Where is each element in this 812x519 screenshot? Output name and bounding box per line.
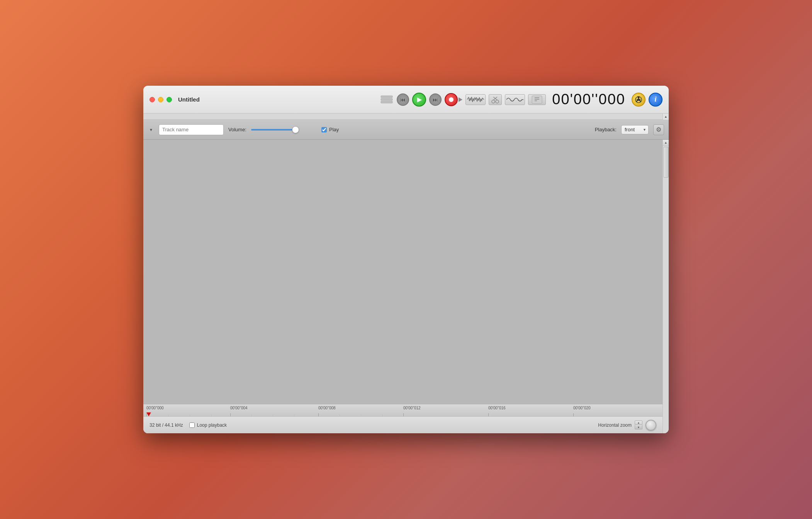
tick-4: [488, 413, 489, 416]
timeline-labels: 00'00''000 00'00''004 00'00''008 00'00''…: [143, 406, 663, 416]
svg-point-5: [496, 100, 499, 103]
timeline: 00'00''000 00'00''004 00'00''008 00'00''…: [143, 404, 663, 416]
minor-tick: [382, 414, 382, 416]
minor-tick: [361, 414, 361, 416]
playhead[interactable]: [146, 412, 151, 416]
play-button[interactable]: ▶: [412, 93, 426, 107]
tick-label-3: 00'00''012: [403, 406, 421, 410]
track-header: ▾ Volume: Play Playback: front back left…: [143, 120, 669, 140]
svg-rect-8: [532, 96, 542, 103]
zoom-stepper[interactable]: ▲ ▼: [635, 421, 642, 429]
track-expand-chevron[interactable]: ▾: [148, 127, 154, 133]
timecode-display: 00'00''000: [552, 91, 625, 108]
tick-1: [230, 413, 231, 416]
loop-label: Loop playback: [197, 422, 227, 428]
zoom-controls: Horizontal zoom ▲ ▼: [598, 420, 656, 431]
record-area: [445, 93, 462, 106]
zoom-label: Horizontal zoom: [598, 422, 632, 428]
play-checkbox-container[interactable]: Play: [321, 127, 339, 132]
svg-rect-1: [381, 98, 392, 100]
wave-edit-button[interactable]: [505, 94, 525, 105]
status-bar: 32 bit / 44.1 kHz Loop playback Horizont…: [143, 416, 663, 433]
right-scrollbar[interactable]: ▲: [663, 140, 669, 433]
info-button[interactable]: i: [649, 93, 663, 107]
toolbar: ⏮ ▶ ⏭: [380, 93, 546, 107]
tick-label-1: 00'00''004: [230, 406, 248, 410]
minor-tick: [168, 414, 168, 416]
h-scrollbar[interactable]: ▲: [143, 114, 669, 120]
record-button[interactable]: [445, 93, 458, 106]
loop-checkbox-container[interactable]: Loop playback: [189, 422, 227, 428]
app-window: Untitled ⏮ ▶ ⏭: [143, 86, 669, 433]
minor-tick: [340, 414, 340, 416]
minimize-button[interactable]: [158, 97, 163, 102]
burn-button[interactable]: [632, 93, 646, 107]
loop-checkbox[interactable]: [189, 422, 195, 428]
zoom-down[interactable]: ▼: [635, 425, 642, 429]
record-dropdown-arrow[interactable]: [459, 97, 462, 102]
minor-tick: [251, 414, 252, 416]
minor-tick: [211, 414, 212, 416]
tick-3: [403, 413, 404, 416]
svg-marker-3: [459, 97, 462, 102]
zoom-knob[interactable]: [646, 420, 656, 431]
tick-label-4: 00'00''016: [488, 406, 506, 410]
scrollbar-arrow-up[interactable]: ▲: [663, 114, 669, 120]
traffic-lights: [149, 97, 172, 102]
tick-label-0: 00'00''000: [146, 406, 164, 410]
minor-tick: [273, 414, 273, 416]
maximize-button[interactable]: [166, 97, 172, 102]
tick-5: [573, 413, 574, 416]
add-button[interactable]: [528, 94, 546, 105]
svg-rect-2: [381, 101, 392, 103]
close-button[interactable]: [149, 97, 155, 102]
minor-tick: [294, 414, 294, 416]
tick-label-2: 00'00''008: [318, 406, 336, 410]
track-name-input[interactable]: [159, 124, 224, 135]
svg-point-4: [492, 100, 495, 103]
rewind-button[interactable]: ⏮: [397, 93, 409, 106]
scrollbar-thumb[interactable]: [663, 147, 669, 178]
titlebar: Untitled ⏮ ▶ ⏭: [143, 86, 669, 114]
zoom-up[interactable]: ▲: [635, 421, 642, 425]
track-edit-area[interactable]: [143, 140, 663, 404]
playback-dropdown[interactable]: front back left right center ▼: [621, 125, 649, 134]
play-checkbox[interactable]: [321, 127, 327, 132]
scrollbar-up-button[interactable]: ▲: [663, 140, 669, 146]
minor-tick: [190, 414, 190, 416]
playback-label: Playback:: [595, 127, 617, 132]
content-area: 00'00''000 00'00''004 00'00''008 00'00''…: [143, 140, 663, 433]
track-settings-button[interactable]: ⚙: [653, 124, 664, 135]
main-content: 00'00''000 00'00''004 00'00''008 00'00''…: [143, 140, 669, 433]
svg-rect-0: [381, 96, 392, 98]
bit-depth-label: 32 bit / 44.1 kHz: [149, 422, 183, 428]
volume-label: Volume:: [228, 127, 246, 132]
play-label: Play: [329, 127, 339, 132]
forward-button[interactable]: ⏭: [429, 93, 442, 106]
playback-select[interactable]: front back left right center: [621, 125, 649, 134]
window-title: Untitled: [178, 96, 200, 103]
volume-slider[interactable]: [251, 129, 317, 131]
cut-button[interactable]: [489, 94, 502, 105]
tick-label-5: 00'00''020: [573, 406, 591, 410]
tick-2: [318, 413, 319, 416]
strip-button[interactable]: [380, 93, 394, 107]
waveform-button[interactable]: [465, 94, 486, 105]
